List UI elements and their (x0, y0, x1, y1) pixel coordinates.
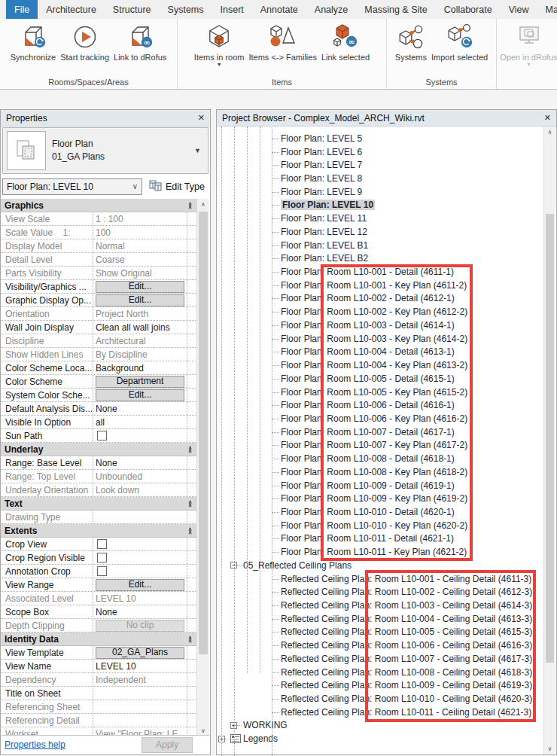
tree-item[interactable]: Floor Plan: Room L10-007 - Key Plan (461… (217, 439, 543, 453)
tree-item[interactable]: Floor Plan: Room L10-001 - Key Plan (461… (217, 279, 543, 292)
tree-item[interactable]: Reflected Ceiling Plan: Room L10-001 - C… (217, 572, 543, 586)
open-in-drofus-button[interactable]: Open in dRofus▼ (498, 20, 557, 68)
ribbon-tab-manage[interactable]: Manage (537, 0, 557, 19)
collapse-chevron-icon[interactable]: ∧∧ (188, 203, 193, 209)
checkbox[interactable] (97, 431, 107, 440)
section-header-graphics[interactable]: Graphics∧∧ (1, 199, 197, 212)
ribbon-tab-insert[interactable]: Insert (212, 0, 252, 19)
tree-item[interactable]: Floor Plan: Room L10-002 - Key Plan (461… (217, 305, 543, 319)
synchronize-button[interactable]: Synchronize (8, 20, 59, 63)
property-value[interactable]: No clip (93, 619, 187, 632)
dropdown-arrow-icon[interactable]: ▼ (526, 62, 531, 67)
tree-item[interactable]: Floor Plan: Room L10-009 - Key Plan (461… (217, 492, 543, 505)
tree-item[interactable]: Floor Plan: Room L10-004 - Key Plan (461… (217, 358, 543, 372)
scrollbar-thumb[interactable] (199, 212, 208, 654)
close-icon[interactable]: ✕ (198, 114, 205, 122)
start-tracking-button[interactable]: Start tracking (58, 20, 111, 63)
tree-item[interactable]: Reflected Ceiling Plan: Room L10-006 - C… (217, 639, 543, 652)
property-value[interactable]: Department (93, 375, 187, 388)
systems-button[interactable]: Systems (393, 20, 429, 63)
property-value[interactable]: all (93, 416, 187, 428)
department-button[interactable]: Department (96, 376, 184, 388)
tree-item[interactable]: Floor Plan: LEVEL 6 (217, 145, 543, 159)
property-value[interactable]: Clean all wall joins (93, 321, 187, 334)
section-header-underlay[interactable]: Underlay∧∧ (1, 443, 197, 456)
property-value[interactable] (93, 700, 187, 713)
property-value[interactable] (93, 551, 187, 564)
ribbon-tab-structure[interactable]: Structure (105, 0, 160, 19)
property-value[interactable]: Normal (93, 239, 187, 252)
property-value[interactable]: LEVEL 10 (93, 592, 187, 605)
tree-item[interactable]: Floor Plan: LEVEL 9 (217, 185, 543, 199)
property-value[interactable]: Coarse (93, 253, 187, 266)
collapse-chevron-icon[interactable]: ∧∧ (188, 501, 193, 507)
collapse-chevron-icon[interactable]: ∧∧ (188, 636, 193, 642)
property-value[interactable]: None (93, 402, 187, 415)
02-ga-plans-button[interactable]: 02_GA_Plans (96, 647, 184, 659)
property-value[interactable] (93, 538, 187, 550)
property-value[interactable]: 1 : 100 (93, 212, 187, 225)
property-value[interactable]: Edit... (93, 389, 187, 401)
ribbon-tab-systems[interactable]: Systems (160, 0, 212, 19)
tree-item[interactable]: Floor Plan: Room L10-006 - Key Plan (461… (217, 412, 543, 425)
import-selected-button[interactable]: Import selected (429, 20, 490, 63)
property-value[interactable]: None (93, 456, 187, 469)
property-value[interactable]: Unbounded (93, 470, 187, 483)
ribbon-tab-architecture[interactable]: Architecture (38, 0, 105, 19)
tree-item[interactable]: Floor Plan: LEVEL B1 (217, 239, 543, 252)
tree-item[interactable]: Reflected Ceiling Plan: Room L10-011 - C… (217, 706, 543, 719)
scroll-up-icon[interactable]: ∧ (197, 199, 209, 210)
collapse-chevron-icon[interactable]: ∧∧ (188, 447, 193, 453)
tree-item[interactable]: Floor Plan: LEVEL 8 (217, 172, 543, 185)
tree-item[interactable]: Reflected Ceiling Plan: Room L10-003 - C… (217, 599, 543, 612)
tree-item[interactable]: Reflected Ceiling Plan: Room L10-004 - C… (217, 612, 543, 626)
section-header-extents[interactable]: Extents∧∧ (1, 524, 197, 538)
tree-item[interactable]: Floor Plan: Room L10-005 - Key Plan (461… (217, 386, 543, 399)
property-value[interactable]: Edit... (93, 578, 187, 591)
property-value[interactable] (93, 565, 187, 578)
tree-item[interactable]: Floor Plan: Room L10-005 - Detail (4615-… (217, 372, 543, 386)
tree-item[interactable]: Floor Plan: Room L10-011 - Key Plan (462… (217, 545, 543, 559)
tree-item[interactable]: Floor Plan: Room L10-009 - Detail (4619-… (217, 479, 543, 492)
property-value[interactable]: Architectural (93, 334, 187, 347)
tree-item[interactable]: Floor Plan: Room L10-002 - Detail (4612-… (217, 292, 543, 306)
scroll-down-icon[interactable]: ∨ (544, 743, 555, 754)
type-selector[interactable]: Floor Plan 01_GA Plans ▼ (2, 127, 208, 174)
property-value[interactable]: 02_GA_Plans (93, 646, 187, 659)
property-value[interactable] (93, 511, 187, 523)
property-value[interactable]: None (93, 605, 187, 618)
ribbon-tab-annotate[interactable]: Annotate (252, 0, 306, 19)
tree-item[interactable]: Floor Plan: LEVEL 7 (217, 158, 543, 172)
tree-item[interactable]: Floor Plan: LEVEL 11 (217, 212, 543, 225)
apply-button[interactable]: Apply (142, 737, 193, 753)
close-icon[interactable]: ✕ (544, 114, 551, 122)
type-selector-dropdown-icon[interactable]: ▼ (194, 147, 201, 154)
properties-titlebar[interactable]: Properties ✕ (1, 110, 210, 127)
properties-help-link[interactable]: Properties help (5, 739, 65, 750)
tree-item[interactable]: Reflected Ceiling Plan: Room L10-002 - C… (217, 585, 543, 599)
tree-item[interactable]: Floor Plan: Room L10-011 - Detail (4621-… (217, 532, 543, 546)
edit--button[interactable]: Edit... (96, 389, 184, 401)
ribbon-tab-massing-site[interactable]: Massing & Site (356, 0, 435, 19)
no-clip-button[interactable]: No clip (96, 620, 184, 632)
property-value[interactable]: Edit... (93, 280, 187, 293)
tree-item[interactable]: Floor Plan: LEVEL B2 (217, 251, 543, 265)
property-value[interactable] (93, 687, 187, 700)
tree-item[interactable]: Reflected Ceiling Plan: Room L10-007 - C… (217, 652, 543, 666)
property-value[interactable]: Independent (93, 673, 187, 686)
link-to-drofus-button[interactable]: ∞Link to dRofus (111, 20, 169, 63)
items-in-room-button[interactable]: Items in room▼ (192, 20, 247, 68)
tree-item[interactable]: Reflected Ceiling Plan: Room L10-005 - C… (217, 626, 543, 639)
tree-branch[interactable]: +WORKING (217, 719, 543, 733)
ribbon-tab-view[interactable]: View (501, 0, 537, 19)
tree-item[interactable]: Floor Plan: Room L10-003 - Detail (4614-… (217, 319, 543, 332)
tree-item[interactable]: Floor Plan: Room L10-010 - Key Plan (462… (217, 519, 543, 532)
property-value[interactable]: Background (93, 361, 187, 374)
property-value[interactable]: Show Original (93, 267, 187, 279)
property-value[interactable]: LEVEL 10 (93, 660, 187, 672)
link-selected-button[interactable]: ∞Link selected (319, 20, 372, 63)
property-value[interactable]: Edit... (93, 294, 187, 306)
scrollbar-thumb[interactable] (546, 214, 554, 663)
section-header-text[interactable]: Text∧∧ (1, 497, 197, 511)
property-value[interactable] (93, 714, 187, 727)
